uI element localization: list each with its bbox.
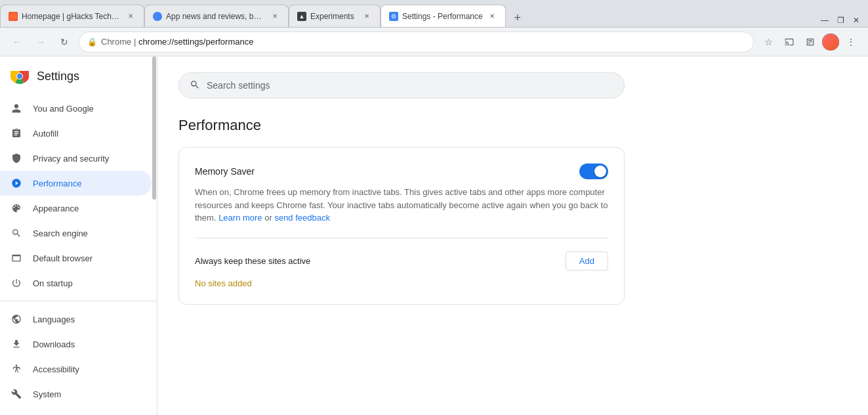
tab-1-close[interactable]: ✕ <box>125 11 136 22</box>
menu-button[interactable]: ⋮ <box>842 33 860 51</box>
sidebar-item-accessibility[interactable]: Accessibility <box>0 357 152 382</box>
bookmark-page-button[interactable]: ☆ <box>759 33 777 51</box>
maximize-button[interactable]: ❐ <box>834 14 847 27</box>
tab-bar: Homepage | gHacks Technology ✕ App news … <box>0 0 868 28</box>
or-text: or <box>262 213 275 223</box>
sidebar-item-languages[interactable]: Languages <box>0 307 152 332</box>
accessibility-icon <box>10 363 22 375</box>
main-area: Settings You and Google Autofill Priv <box>0 56 868 415</box>
sidebar-item-you-google[interactable]: You and Google <box>0 96 152 121</box>
sidebar-item-default-browser-label: Default browser <box>33 253 93 263</box>
tab-4-favicon: ⚙ <box>389 12 398 21</box>
tab-2[interactable]: App news and reviews, best soft... ✕ <box>144 5 289 27</box>
tab-3-title: Experiments <box>310 12 358 21</box>
sidebar-item-on-startup-label: On startup <box>33 278 73 288</box>
globe-icon <box>10 313 22 325</box>
url-display: Chrome | chrome://settings/performance <box>101 37 745 47</box>
performance-icon <box>10 177 22 189</box>
tab-4-close[interactable]: ✕ <box>487 11 497 22</box>
sidebar-scrollbar-track <box>152 56 157 415</box>
toolbar-right: ☆ ⋮ <box>759 33 860 51</box>
tab-3[interactable]: ▲ Experiments ✕ <box>289 5 381 27</box>
tab-2-close[interactable]: ✕ <box>270 11 280 22</box>
download-icon <box>10 338 22 350</box>
sidebar-item-you-google-label: You and Google <box>33 104 94 114</box>
side-panel-button[interactable] <box>801 33 819 51</box>
search-icon <box>190 79 200 92</box>
profile-button[interactable] <box>822 33 839 51</box>
no-sites-text: No sites added <box>195 278 608 288</box>
sidebar-item-downloads-label: Downloads <box>33 339 75 349</box>
send-feedback-link[interactable]: send feedback <box>274 213 330 223</box>
sidebar-item-search-engine[interactable]: Search engine <box>0 221 152 246</box>
cast-button[interactable] <box>780 33 798 51</box>
tab-4[interactable]: ⚙ Settings - Performance ✕ <box>381 5 506 27</box>
sidebar-item-privacy-security-label: Privacy and security <box>33 154 109 164</box>
person-icon <box>10 102 22 114</box>
browser-icon <box>10 252 22 264</box>
window-controls: — ❐ ✕ <box>818 14 868 27</box>
url-path: chrome://settings/performance <box>138 37 254 47</box>
sidebar-item-privacy-security[interactable]: Privacy and security <box>0 146 152 171</box>
sidebar-item-appearance-label: Appearance <box>33 204 79 213</box>
sidebar-scrollbar-thumb[interactable] <box>152 56 156 200</box>
tab-3-close[interactable]: ✕ <box>362 11 372 22</box>
site-info-icon: 🔒 <box>87 37 97 47</box>
back-button[interactable]: ← <box>8 33 26 51</box>
power-icon <box>10 277 22 289</box>
memory-saver-title: Memory Saver <box>195 166 255 177</box>
sidebar-item-autofill[interactable]: Autofill <box>0 121 152 146</box>
tab-3-favicon: ▲ <box>297 12 306 21</box>
svg-point-3 <box>17 74 22 79</box>
settings-page-title: Settings <box>37 70 79 83</box>
nav-divider <box>0 301 157 301</box>
shield-icon <box>10 152 22 164</box>
search-input-placeholder: Search settings <box>207 80 270 91</box>
tab-2-favicon <box>153 12 162 21</box>
memory-saver-header: Memory Saver <box>195 164 608 179</box>
url-gray-part: Chrome <box>101 37 131 47</box>
sidebar-item-search-engine-label: Search engine <box>33 229 88 238</box>
sidebar: Settings You and Google Autofill Priv <box>0 56 157 415</box>
content-area: Search settings Performance Memory Saver… <box>157 56 868 415</box>
sidebar-item-system[interactable]: System <box>0 382 152 406</box>
url-separator: | <box>134 37 138 47</box>
add-site-button[interactable]: Add <box>566 251 608 271</box>
omnibox[interactable]: 🔒 Chrome | chrome://settings/performance <box>79 32 754 53</box>
sidebar-item-on-startup[interactable]: On startup <box>0 271 152 295</box>
card-divider <box>195 238 608 238</box>
reload-button[interactable]: ↻ <box>55 33 73 51</box>
svg-point-4 <box>16 364 18 366</box>
performance-card: Memory Saver When on, Chrome frees up me… <box>178 147 625 305</box>
search-nav-icon <box>10 227 22 239</box>
sidebar-item-accessibility-label: Accessibility <box>33 364 79 374</box>
tab-1-title: Homepage | gHacks Technology <box>22 12 121 21</box>
avatar <box>822 33 839 51</box>
wrench-icon <box>10 388 22 400</box>
memory-saver-description: When on, Chrome frees up memory from ina… <box>195 186 608 225</box>
sidebar-item-system-label: System <box>33 389 61 399</box>
always-active-label: Always keep these sites active <box>195 256 310 266</box>
minimize-button[interactable]: — <box>818 14 831 27</box>
close-window-button[interactable]: ✕ <box>850 14 863 27</box>
learn-more-link[interactable]: Learn more <box>218 213 262 223</box>
sidebar-item-downloads[interactable]: Downloads <box>0 332 152 357</box>
sidebar-item-performance[interactable]: Performance <box>0 171 152 196</box>
tab-2-title: App news and reviews, best soft... <box>166 12 266 21</box>
search-bar[interactable]: Search settings <box>178 72 625 98</box>
assignment-icon <box>10 127 22 139</box>
sidebar-item-languages-label: Languages <box>33 315 75 324</box>
memory-saver-toggle[interactable] <box>579 164 608 179</box>
tab-1-favicon <box>9 12 18 21</box>
address-bar: ← → ↻ 🔒 Chrome | chrome://settings/perfo… <box>0 28 868 56</box>
sidebar-item-appearance[interactable]: Appearance <box>0 196 152 221</box>
forward-button[interactable]: → <box>31 33 50 51</box>
new-tab-button[interactable]: + <box>508 9 527 27</box>
sidebar-item-default-browser[interactable]: Default browser <box>0 246 152 271</box>
sidebar-item-autofill-label: Autofill <box>33 129 58 139</box>
tab-1[interactable]: Homepage | gHacks Technology ✕ <box>0 5 144 27</box>
chrome-logo-icon <box>10 67 29 85</box>
tab-4-title: Settings - Performance <box>402 12 483 21</box>
page-title: Performance <box>178 117 847 134</box>
always-active-header: Always keep these sites active Add <box>195 251 608 271</box>
